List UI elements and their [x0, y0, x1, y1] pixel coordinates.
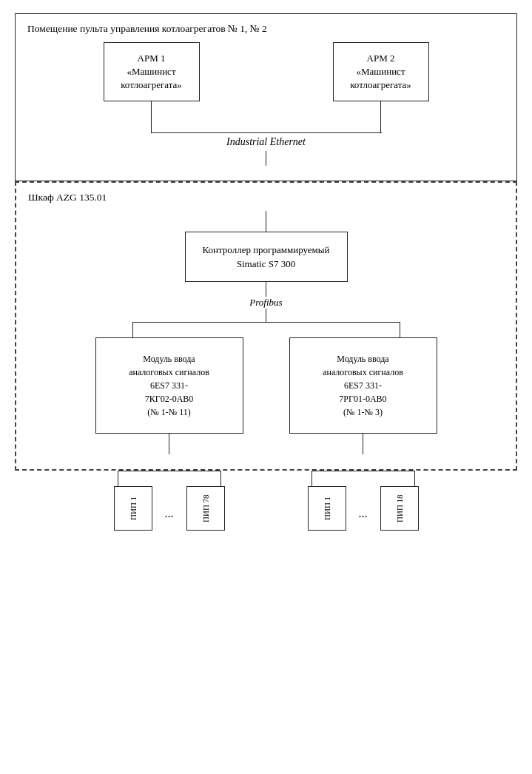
module1-bottom-line — [169, 434, 169, 454]
bottom-section: ПИП 1 ... ПИП 78 — [15, 471, 517, 531]
controller-box: Контроллер программируемый Simatic S7 30… — [185, 232, 348, 282]
arm1-line1: АРМ 1 — [138, 53, 166, 64]
arm-spacer — [200, 42, 333, 132]
pip1-g2-top-line — [312, 471, 312, 486]
module1-line3: 6ES7 331- — [150, 380, 188, 391]
page: Помещение пульта управления котлоагрегат… — [0, 0, 532, 774]
arm1-box: АРМ 1 «Машинист котлоагрегата» — [104, 42, 200, 101]
top-section-label: Помещение пульта управления котлоагрегат… — [27, 23, 505, 35]
top-section: Помещение пульта управления котлоагрегат… — [15, 13, 517, 181]
arm2-line1: АРМ 2 — [367, 53, 395, 64]
controller-line1: Контроллер программируемый — [203, 244, 330, 255]
module2-line3: 6ES7 331- — [344, 380, 382, 391]
module2-bottom-line — [363, 434, 363, 454]
module1-line5: (№ 1-№ 11) — [147, 407, 190, 417]
pip18-top-line — [414, 471, 415, 486]
pip1-label: ПИП 1 — [127, 497, 138, 520]
profibus-right-drop — [400, 323, 400, 337]
profibus-label: Profibus — [249, 297, 282, 309]
dots-spacer — [169, 471, 169, 486]
pip1-g2-label: ПИП 1 — [321, 497, 331, 520]
cabinet-label: Шкаф AZG 135.01 — [28, 192, 504, 203]
pip78-label: ПИП 78 — [200, 494, 210, 522]
ethernet-label: Industrial Ethernet — [226, 136, 306, 148]
pip78-box: ПИП 78 — [186, 486, 225, 531]
top-to-controller-line — [266, 211, 266, 232]
arm2-vertical-line — [380, 101, 381, 132]
profibus-h-line — [132, 322, 400, 323]
group2-dots: ... — [350, 507, 377, 531]
module1-line2: аналоговых сигналов — [129, 367, 209, 377]
profibus-v-line — [266, 309, 266, 322]
controller-to-profibus-line — [266, 282, 266, 297]
pip1-top-line — [118, 471, 118, 486]
pip1-box: ПИП 1 — [114, 486, 152, 531]
dots-spacer2 — [363, 471, 363, 486]
controller-line2: Simatic S7 300 — [237, 258, 295, 269]
module2-line5: (№ 1-№ 3) — [343, 407, 383, 417]
arm1-vertical-line — [151, 101, 152, 132]
module2-box: Модуль ввода аналоговых сигналов 6ES7 33… — [289, 337, 437, 434]
pip18-label: ПИП 18 — [394, 494, 404, 522]
pip18-box: ПИП 18 — [380, 486, 419, 531]
module2-line1: Модуль ввода — [337, 354, 388, 364]
ethernet-vertical-line — [266, 151, 266, 166]
module1-box: Модуль ввода аналоговых сигналов 6ES7 33… — [95, 337, 243, 434]
arm2-box: АРМ 2 «Машинист котлоагрегата» — [333, 42, 429, 101]
arm2-line2: «Машинист — [356, 66, 405, 77]
profibus-left-drop — [132, 323, 133, 337]
module2-line2: аналоговых сигналов — [323, 367, 403, 377]
pip1-g2-box: ПИП 1 — [308, 486, 346, 531]
arm1-line2: «Машинист — [127, 66, 175, 77]
sensor-group2: ПИП 1 ... ПИП 18 — [289, 471, 437, 531]
module1-line4: 7КГ02-0АВ0 — [145, 394, 194, 404]
arm1-line3: котлоагрегата» — [121, 79, 182, 90]
middle-section: Шкаф AZG 135.01 Контроллер программируем… — [15, 181, 517, 471]
module1-line1: Модуль ввода — [143, 354, 195, 364]
pip78-top-line — [220, 471, 221, 486]
sensor-group1: ПИП 1 ... ПИП 78 — [95, 471, 243, 531]
group1-dots: ... — [156, 507, 183, 531]
arm2-line3: котлоагрегата» — [350, 79, 411, 90]
module2-line4: 7РГ01-0АВ0 — [339, 394, 386, 404]
